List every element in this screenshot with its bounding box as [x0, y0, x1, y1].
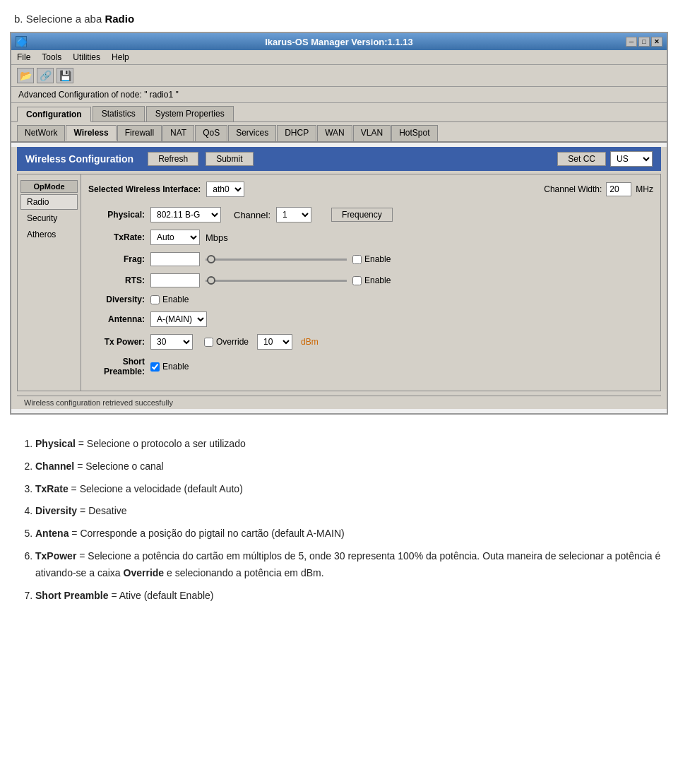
instr-eq-5: = [71, 528, 80, 539]
tab-configuration[interactable]: Configuration [17, 107, 91, 122]
right-content: Selected Wireless Interface: ath0 Channe… [81, 174, 660, 391]
interface-select[interactable]: ath0 [206, 182, 244, 197]
instruction-physical: Physical = Selecione o protocolo a ser u… [35, 436, 664, 453]
frag-slider-track[interactable] [206, 259, 347, 261]
frag-label: Frag: [88, 254, 145, 264]
instruction-antenna: Antena = Corresponde a posição do pigtai… [35, 525, 664, 542]
menu-tools[interactable]: Tools [42, 52, 61, 62]
rts-slider-track[interactable] [206, 280, 347, 282]
page-heading: b. Selecione a aba Radio [0, 0, 678, 32]
frequency-button[interactable]: Frequency [331, 208, 393, 222]
physical-select[interactable]: 802.11 B-G 802.11 A 802.11 G [150, 207, 221, 222]
toolbar-icon-save[interactable]: 💾 [56, 68, 73, 83]
subtab-wan[interactable]: WAN [317, 125, 352, 141]
override-checkbox[interactable] [204, 338, 213, 347]
frag-input[interactable] [150, 252, 200, 266]
left-sidebar: OpMode Radio Security Atheros [18, 174, 81, 391]
override-label: Override [216, 337, 249, 347]
setcc-area: Set CC US BR [557, 151, 653, 167]
subtab-hotspot[interactable]: HotSpot [391, 125, 437, 141]
setcc-button[interactable]: Set CC [557, 152, 606, 166]
app-icon: 🔷 [16, 36, 27, 47]
interface-label: Selected Wireless Interface: [88, 184, 201, 194]
sidebar-item-radio[interactable]: Radio [20, 194, 78, 210]
subtab-nat[interactable]: NAT [162, 125, 194, 141]
antenna-select[interactable]: A-(MAIN) B-(AUX) DIVERSITY [150, 311, 207, 327]
minimize-button[interactable]: ─ [626, 37, 637, 47]
channel-width-unit: MHz [636, 184, 653, 194]
instruction-diversity: Diversity = Desative [35, 503, 664, 520]
diversity-enable-checkbox[interactable] [150, 295, 160, 304]
subtab-vlan[interactable]: VLAN [353, 125, 391, 141]
subtab-wireless[interactable]: Wireless [66, 125, 116, 141]
channel-width-label: Channel Width: [544, 184, 602, 194]
rts-label: RTS: [88, 275, 145, 285]
frag-enable-label: Enable [364, 254, 391, 264]
cc-select[interactable]: US BR [610, 151, 653, 167]
instr-text-2: Selecione o canal [85, 461, 164, 472]
rts-slider-handle[interactable] [207, 276, 215, 285]
instr-eq-3: = [71, 483, 80, 494]
interface-left: Selected Wireless Interface: ath0 [88, 182, 244, 197]
antenna-row: Antenna: A-(MAIN) B-(AUX) DIVERSITY [88, 311, 653, 327]
sidebar-item-atheros[interactable]: Atheros [20, 227, 78, 242]
txrate-select[interactable]: Auto 1 2 5.5 11 [150, 230, 200, 245]
short-preamble-enable-row: Enable [150, 362, 189, 372]
txpower-row: Tx Power: 30 25 20 Override 10 15 20 [88, 334, 653, 350]
menu-utilities[interactable]: Utilities [73, 52, 100, 62]
instr-kw-6: TxPower [35, 550, 76, 562]
window-controls: ─ □ ✕ [626, 37, 662, 47]
instr-text-4: Desative [88, 505, 126, 516]
instructions: Physical = Selecione o protocolo a ser u… [0, 429, 678, 624]
channel-label: Channel: [234, 210, 270, 220]
channel-width-input[interactable] [606, 182, 631, 196]
subtab-firewall[interactable]: Firewall [117, 125, 162, 141]
toolbar: 📂 🔗 💾 [11, 65, 667, 87]
rts-enable-checkbox[interactable] [352, 276, 362, 285]
subtab-services[interactable]: Services [228, 125, 276, 141]
subtab-qos[interactable]: QoS [195, 125, 227, 141]
frag-slider-area [206, 259, 347, 261]
txpower-dbm-unit: dBm [301, 337, 319, 347]
instr-kw-7: Short Preamble [35, 590, 108, 601]
txrate-row: TxRate: Auto 1 2 5.5 11 Mbps [88, 230, 653, 245]
frag-enable-row: Enable [352, 254, 391, 264]
restore-button[interactable]: □ [638, 37, 650, 47]
refresh-button[interactable]: Refresh [148, 152, 198, 166]
instr-kw-3: TxRate [35, 483, 69, 494]
status-bar: Wireless configuration retrieved succesf… [17, 396, 661, 409]
toolbar-icon-open[interactable]: 📂 [17, 68, 34, 83]
frag-slider-handle[interactable] [207, 255, 215, 263]
rts-input[interactable] [150, 273, 200, 287]
menu-file[interactable]: File [17, 52, 30, 62]
channel-select[interactable]: 1 6 11 [276, 207, 311, 222]
toolbar-icon-connect[interactable]: 🔗 [37, 68, 54, 83]
instruction-channel: Channel = Selecione o canal [35, 458, 664, 475]
submit-button[interactable]: Submit [206, 152, 253, 166]
instr-eq-4: = [80, 505, 88, 516]
txpower-select[interactable]: 30 25 20 [150, 334, 193, 350]
instr-text-7: Ative (default Enable) [119, 590, 214, 601]
instr-eq-2: = [77, 461, 85, 472]
tab-system-properties[interactable]: System Properties [146, 106, 234, 121]
channel-width-area: Channel Width: MHz [544, 182, 653, 196]
status-text: Wireless configuration retrieved succesf… [24, 398, 173, 407]
txrate-label: TxRate: [88, 232, 145, 242]
menu-help[interactable]: Help [112, 52, 129, 62]
short-preamble-checkbox[interactable] [150, 362, 160, 372]
subtab-dhcp[interactable]: DHCP [277, 125, 316, 141]
short-preamble-label: Short Preamble: [88, 357, 145, 376]
subtab-network[interactable]: NetWork [17, 125, 65, 141]
physical-row: Physical: 802.11 B-G 802.11 A 802.11 G C… [88, 207, 653, 222]
frag-enable-checkbox[interactable] [352, 255, 362, 264]
content-area: Wireless Configuration Refresh Submit Se… [11, 147, 667, 409]
tab-statistics[interactable]: Statistics [93, 106, 145, 121]
sidebar-item-security[interactable]: Security [20, 210, 78, 226]
close-button[interactable]: ✕ [651, 37, 662, 47]
node-info-text: Advanced Configuration of node: " radio1… [18, 90, 179, 100]
instr-kw-2: Channel [35, 461, 74, 472]
wireless-config-title: Wireless Configuration [25, 153, 133, 165]
menubar: File Tools Utilities Help [11, 50, 667, 65]
txpower-dbm-select[interactable]: 10 15 20 [257, 334, 292, 350]
instr-text-5: Corresponde a posição do pigtail no cart… [80, 528, 344, 539]
